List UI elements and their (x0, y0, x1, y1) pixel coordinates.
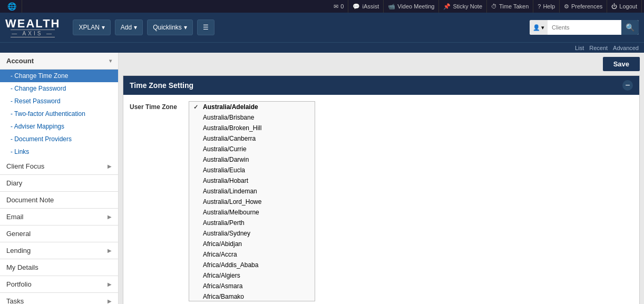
quicklinks-button[interactable]: Quicklinks ▾ (147, 19, 193, 35)
tz-option-label: Australia/Lindeman (203, 188, 257, 195)
nav-links-row: List Recent Advanced (0, 42, 644, 53)
account-section-header[interactable]: Account ▾ (0, 53, 118, 70)
sidebar-item-reset-password[interactable]: - Reset Password (0, 95, 118, 107)
tz-option-label: Africa/Bamako (203, 293, 244, 300)
mail-item[interactable]: ✉ 0 (329, 0, 348, 13)
mail-badge: 0 (340, 3, 344, 9)
chevron-down-icon: ▾ (184, 24, 187, 31)
sidebar-item-document-providers[interactable]: - Document Providers (0, 133, 118, 145)
tz-option[interactable]: Australia/Lord_Howe (189, 197, 315, 207)
sidebar-item-document-note[interactable]: Document Note (0, 192, 118, 209)
queue-icon: ☰ (203, 24, 209, 31)
tz-option[interactable]: Australia/Canberra (189, 133, 315, 144)
tz-option[interactable]: Australia/Brisbane (189, 112, 315, 123)
collapse-button[interactable]: − (622, 80, 633, 91)
tz-option[interactable]: Australia/Hobart (189, 175, 315, 186)
sidebar-section-label: Document Note (6, 196, 54, 204)
queue-button[interactable]: ☰ (197, 19, 214, 35)
time-taken-item[interactable]: ⏱ Time Taken (487, 0, 533, 13)
tz-row: User Time Zone ✓Australia/AdelaideAustra… (130, 101, 633, 301)
tz-option-label: Australia/Lord_Howe (203, 198, 261, 205)
tz-option-label: Australia/Sydney (203, 230, 250, 237)
person-icon: 👤 (533, 24, 540, 31)
sidebar-item-diary[interactable]: Diary (0, 175, 118, 192)
tz-option[interactable]: Africa/Addis_Ababa (189, 260, 315, 270)
sidebar-item-change-password[interactable]: - Change Password (0, 82, 118, 95)
tz-option[interactable]: Australia/Melbourne (189, 207, 315, 218)
sidebar-item-general[interactable]: General (0, 225, 118, 242)
sidebar-section-label: Client Focus (6, 162, 44, 170)
tz-option[interactable]: Africa/Abidjan (189, 239, 315, 249)
tz-option[interactable]: Australia/Broken_Hill (189, 123, 315, 133)
tz-option-label: Australia/Canberra (203, 135, 256, 142)
list-link[interactable]: List (575, 45, 584, 51)
sidebar-section-label: Diary (6, 179, 22, 187)
sidebar-item-client-focus[interactable]: Client Focus▶ (0, 158, 118, 175)
tz-option-label: Australia/Eucla (203, 166, 245, 174)
search-area: 👤 ▾ 🔍 (530, 20, 639, 35)
tz-option[interactable]: Australia/Sydney (189, 228, 315, 239)
tz-option-label: Australia/Brisbane (203, 114, 254, 121)
timezone-list[interactable]: ✓Australia/AdelaideAustralia/BrisbaneAus… (189, 101, 315, 301)
chevron-right-icon: ▶ (108, 298, 112, 304)
save-button[interactable]: Save (603, 57, 640, 71)
power-icon: ⏻ (611, 3, 617, 9)
chevron-right-icon: ▶ (108, 248, 112, 253)
sidebar-item-links[interactable]: - Links (0, 145, 118, 158)
sidebar-section-label: Portfolio (6, 280, 32, 288)
sidebar-item-lending[interactable]: Lending▶ (0, 242, 118, 259)
logo: WEALTH — AXIS — (5, 18, 60, 37)
tz-option-label: Australia/Darwin (203, 156, 249, 163)
tz-option[interactable]: ✓Australia/Adelaide (189, 102, 315, 112)
timer-icon: ⏱ (491, 3, 497, 9)
sidebar-section-label: General (6, 230, 31, 238)
help-item[interactable]: ? Help (533, 0, 560, 13)
search-button[interactable]: 🔍 (621, 20, 639, 35)
video-icon: 📹 (388, 3, 395, 10)
tz-option-label: Africa/Accra (203, 251, 237, 258)
tz-option[interactable]: Australia/Eucla (189, 165, 315, 175)
sidebar-item-tasks[interactable]: Tasks▶ (0, 293, 118, 304)
search-input[interactable] (548, 20, 621, 35)
tz-option[interactable]: Australia/Lindeman (189, 186, 315, 197)
add-button[interactable]: Add ▾ (115, 19, 143, 35)
card-header: Time Zone Setting − (123, 76, 639, 95)
sidebar-item-portfolio[interactable]: Portfolio▶ (0, 276, 118, 293)
card-body: User Time Zone ✓Australia/AdelaideAustra… (123, 95, 639, 304)
sidebar-item-change-timezone[interactable]: - Change Time Zone (0, 70, 118, 82)
tz-option[interactable]: Africa/Bamako (189, 291, 315, 301)
help-icon: ? (538, 3, 541, 9)
iassist-item[interactable]: 💬 iAssist (348, 0, 384, 13)
tz-option[interactable]: Australia/Perth (189, 218, 315, 228)
recent-link[interactable]: Recent (589, 45, 608, 51)
sidebar-item-two-factor[interactable]: - Two-factor Authentication (0, 107, 118, 120)
video-meeting-item[interactable]: 📹 Video Meeting (384, 0, 439, 13)
tz-option-label: Australia/Broken_Hill (203, 124, 261, 132)
pin-icon: 📌 (443, 3, 451, 10)
logo-axis: — AXIS — (11, 30, 55, 37)
advanced-link[interactable]: Advanced (613, 45, 639, 51)
chevron-right-icon: ▶ (108, 214, 112, 220)
sidebar-item-adviser-mappings[interactable]: - Adviser Mappings (0, 120, 118, 133)
nav-bar: WEALTH — AXIS — XPLAN ▾ Add ▾ Quicklinks… (0, 13, 644, 42)
sidebar-section-label: Lending (6, 247, 31, 254)
chevron-down-icon: ▾ (102, 24, 105, 31)
main-layout: Account ▾ - Change Time Zone- Change Pas… (0, 53, 644, 304)
gear-icon: ⚙ (564, 3, 569, 10)
search-type-select[interactable]: 👤 ▾ (530, 20, 548, 35)
tz-option[interactable]: Africa/Accra (189, 249, 315, 260)
chevron-down-icon: ▾ (541, 24, 544, 31)
sidebar-item-email[interactable]: Email▶ (0, 209, 118, 225)
tz-option[interactable]: Australia/Darwin (189, 154, 315, 165)
preferences-item[interactable]: ⚙ Preferences (560, 0, 607, 13)
tz-option[interactable]: Africa/Algiers (189, 270, 315, 281)
xplan-button[interactable]: XPLAN ▾ (73, 19, 110, 35)
sidebar-item-my-details[interactable]: My Details (0, 259, 118, 276)
search-box: 👤 ▾ 🔍 (530, 20, 639, 35)
tz-option-label: Australia/Adelaide (203, 103, 258, 111)
checkmark-icon: ✓ (193, 104, 200, 111)
logout-item[interactable]: ⏻ Logout (607, 0, 642, 13)
tz-option[interactable]: Africa/Asmara (189, 281, 315, 291)
tz-option[interactable]: Australia/Currie (189, 144, 315, 154)
sticky-note-item[interactable]: 📌 Sticky Note (439, 0, 487, 13)
